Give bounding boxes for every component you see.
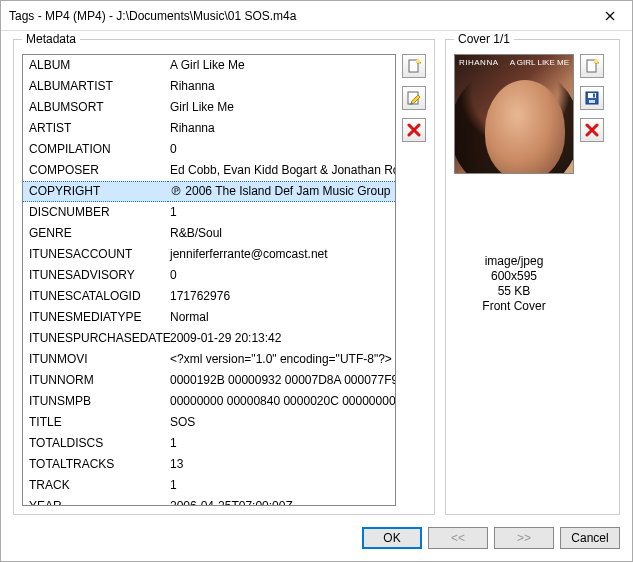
metadata-key: COMPOSER [23, 160, 168, 181]
metadata-key: ITUNESPURCHASEDATE [23, 328, 168, 349]
metadata-row[interactable]: ITUNESMEDIATYPENormal [23, 307, 396, 328]
metadata-key: ITUNESMEDIATYPE [23, 307, 168, 328]
metadata-value: 1 [168, 433, 396, 454]
close-button[interactable] [587, 1, 632, 30]
metadata-row[interactable]: ITUNESCATALOGID171762976 [23, 286, 396, 307]
metadata-group-label: Metadata [22, 32, 80, 46]
metadata-row[interactable]: TOTALTRACKS13 [23, 454, 396, 475]
metadata-row[interactable]: ARTISTRihanna [23, 118, 396, 139]
metadata-row[interactable]: COPYRIGHT℗ 2006 The Island Def Jam Music… [23, 181, 396, 202]
cover-info: image/jpeg 600x595 55 KB Front Cover [454, 254, 574, 314]
metadata-value: 0 [168, 265, 396, 286]
metadata-side-buttons [402, 54, 426, 506]
metadata-key: ITUNNORM [23, 370, 168, 391]
metadata-row[interactable]: ITUNESADVISORY0 [23, 265, 396, 286]
cover-size: 55 KB [454, 284, 574, 299]
titlebar: Tags - MP4 (MP4) - J:\Documents\Music\01… [1, 1, 632, 31]
cover-artist-overlay: RIHANNA [459, 58, 499, 67]
delete-tag-button[interactable] [402, 118, 426, 142]
new-icon [406, 58, 422, 74]
metadata-key: ITUNESCATALOGID [23, 286, 168, 307]
metadata-value: ℗ 2006 The Island Def Jam Music Group [168, 181, 396, 202]
metadata-key: TITLE [23, 412, 168, 433]
metadata-key: COPYRIGHT [23, 181, 168, 202]
metadata-value: Ed Cobb, Evan Kidd Bogart & Jonathan Ro [168, 160, 396, 181]
save-cover-button[interactable] [580, 86, 604, 110]
metadata-key: GENRE [23, 223, 168, 244]
metadata-value: Girl Like Me [168, 97, 396, 118]
metadata-row[interactable]: YEAR2006-04-25T07:00:00Z [23, 496, 396, 506]
metadata-value: SOS [168, 412, 396, 433]
metadata-key: ITUNESADVISORY [23, 265, 168, 286]
metadata-row[interactable]: COMPOSEREd Cobb, Evan Kidd Bogart & Jona… [23, 160, 396, 181]
add-tag-button[interactable] [402, 54, 426, 78]
cancel-button[interactable]: Cancel [560, 527, 620, 549]
metadata-value: 0 [168, 139, 396, 160]
metadata-key: TOTALTRACKS [23, 454, 168, 475]
window-title: Tags - MP4 (MP4) - J:\Documents\Music\01… [9, 9, 587, 23]
metadata-value: 1 [168, 475, 396, 496]
svg-point-2 [416, 59, 420, 63]
metadata-key: TOTALDISCS [23, 433, 168, 454]
cover-side-buttons [580, 54, 604, 314]
metadata-row[interactable]: DISCNUMBER1 [23, 202, 396, 223]
delete-icon [585, 123, 599, 137]
metadata-key: ITUNMOVI [23, 349, 168, 370]
metadata-row[interactable]: ITUNESACCOUNTjenniferferrante@comcast.ne… [23, 244, 396, 265]
metadata-value: R&B/Soul [168, 223, 396, 244]
metadata-key: ARTIST [23, 118, 168, 139]
delete-cover-button[interactable] [580, 118, 604, 142]
metadata-key: COMPILATION [23, 139, 168, 160]
metadata-value: 13 [168, 454, 396, 475]
metadata-key: DISCNUMBER [23, 202, 168, 223]
metadata-value: 00000000 00000840 0000020C 000000000 [168, 391, 396, 412]
metadata-row[interactable]: COMPILATION0 [23, 139, 396, 160]
metadata-row[interactable]: ALBUMSORTGirl Like Me [23, 97, 396, 118]
svg-point-6 [594, 59, 598, 63]
metadata-value: 2006-04-25T07:00:00Z [168, 496, 396, 506]
add-cover-button[interactable] [580, 54, 604, 78]
edit-tag-button[interactable] [402, 86, 426, 110]
metadata-value: A Girl Like Me [168, 55, 396, 76]
cover-image[interactable]: RIHANNA A GIRL LIKE ME [454, 54, 574, 174]
metadata-key: ALBUMSORT [23, 97, 168, 118]
metadata-row[interactable]: TRACK1 [23, 475, 396, 496]
new-icon [584, 58, 600, 74]
svg-rect-10 [593, 94, 595, 98]
metadata-value: 171762976 [168, 286, 396, 307]
metadata-key: ITUNSMPB [23, 391, 168, 412]
prev-button[interactable]: << [428, 527, 488, 549]
metadata-value: Rihanna [168, 76, 396, 97]
metadata-value: Rihanna [168, 118, 396, 139]
metadata-row[interactable]: TITLESOS [23, 412, 396, 433]
save-icon [584, 90, 600, 106]
metadata-key: YEAR [23, 496, 168, 506]
ok-button[interactable]: OK [362, 527, 422, 549]
metadata-row[interactable]: ITUNNORM 0000192B 00000932 00007D8A 0000… [23, 370, 396, 391]
metadata-value: 2009-01-29 20:13:42 [168, 328, 396, 349]
svg-rect-9 [589, 100, 595, 103]
cover-album-overlay: A GIRL LIKE ME [510, 58, 569, 67]
metadata-row[interactable]: ITUNESPURCHASEDATE2009-01-29 20:13:42 [23, 328, 396, 349]
metadata-value: <?xml version="1.0" encoding="UTF-8"?> [168, 349, 396, 370]
metadata-row[interactable]: ITUNSMPB 00000000 00000840 0000020C 0000… [23, 391, 396, 412]
metadata-value: 0000192B 00000932 00007D8A 000077F9 0 [168, 370, 396, 391]
cover-dimensions: 600x595 [454, 269, 574, 284]
metadata-list[interactable]: ALBUMA Girl Like MeALBUMARTISTRihannaALB… [22, 54, 396, 506]
close-icon [605, 11, 615, 21]
metadata-row[interactable]: GENRER&B/Soul [23, 223, 396, 244]
content-area: Metadata ALBUMA Girl Like MeALBUMARTISTR… [1, 31, 632, 519]
dialog-window: Tags - MP4 (MP4) - J:\Documents\Music\01… [0, 0, 633, 562]
metadata-row[interactable]: ALBUMA Girl Like Me [23, 55, 396, 76]
metadata-key: ALBUMARTIST [23, 76, 168, 97]
metadata-row[interactable]: ITUNMOVI<?xml version="1.0" encoding="UT… [23, 349, 396, 370]
metadata-key: TRACK [23, 475, 168, 496]
cover-group-label: Cover 1/1 [454, 32, 514, 46]
metadata-value: Normal [168, 307, 396, 328]
next-button[interactable]: >> [494, 527, 554, 549]
metadata-row[interactable]: ALBUMARTISTRihanna [23, 76, 396, 97]
dialog-footer: OK << >> Cancel [1, 519, 632, 561]
metadata-row[interactable]: TOTALDISCS1 [23, 433, 396, 454]
metadata-value: 1 [168, 202, 396, 223]
metadata-key: ITUNESACCOUNT [23, 244, 168, 265]
